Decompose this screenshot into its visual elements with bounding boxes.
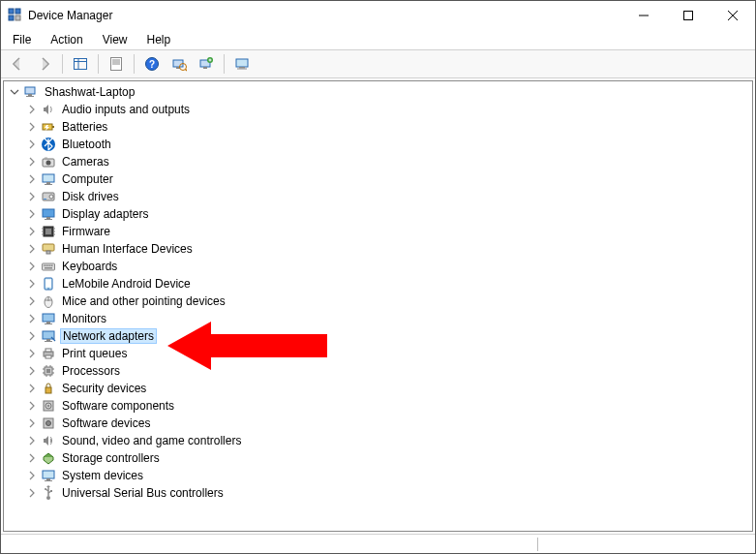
tree-category-label: Audio inputs and outputs <box>60 103 192 116</box>
expander-icon[interactable] <box>25 364 39 378</box>
tree-category[interactable]: Security devices <box>4 380 752 397</box>
tree-category[interactable]: Audio inputs and outputs <box>4 101 752 118</box>
show-hide-tree-button[interactable] <box>68 52 93 76</box>
tree-category[interactable]: Disk drives <box>4 188 752 205</box>
toolbar-separator <box>62 54 63 74</box>
tree-category[interactable]: Firmware <box>4 223 752 240</box>
svg-rect-89 <box>45 387 51 393</box>
svg-rect-55 <box>43 244 54 251</box>
expander-icon[interactable] <box>25 103 39 116</box>
menubar: File Action View Help <box>1 30 755 49</box>
tree-category[interactable]: Network adapters <box>4 327 752 345</box>
tree-category[interactable]: Keyboards <box>4 258 752 275</box>
tree-category[interactable]: Cameras <box>4 153 752 170</box>
tree-category-label: Software devices <box>60 416 152 430</box>
svg-rect-72 <box>45 323 52 324</box>
expander-icon[interactable] <box>25 172 39 186</box>
status-separator <box>537 538 538 551</box>
expander-icon[interactable] <box>25 155 39 169</box>
menu-help[interactable]: Help <box>139 31 179 48</box>
menu-view[interactable]: View <box>95 31 136 48</box>
expander-icon[interactable] <box>25 382 39 395</box>
computer-icon <box>41 171 56 187</box>
tree-category[interactable]: Monitors <box>4 310 752 327</box>
expander-icon[interactable] <box>25 242 39 256</box>
svg-rect-77 <box>45 349 51 352</box>
tree-category[interactable]: Software devices <box>4 415 752 432</box>
add-legacy-button[interactable] <box>194 52 219 76</box>
svg-rect-5 <box>684 12 693 20</box>
tree-category[interactable]: Batteries <box>4 118 752 136</box>
tree-category[interactable]: Software components <box>4 397 752 415</box>
tree-category[interactable]: Universal Serial Bus controllers <box>4 484 752 502</box>
svg-point-100 <box>45 488 46 490</box>
usb-icon <box>41 485 56 501</box>
device-tree[interactable]: Shashwat-Laptop Audio inputs and outputs… <box>3 80 753 532</box>
tree-root[interactable]: Shashwat-Laptop <box>4 83 752 101</box>
expander-icon[interactable] <box>8 85 21 99</box>
svg-point-42 <box>49 195 53 199</box>
tree-category[interactable]: Mice and other pointing devices <box>4 292 752 310</box>
svg-rect-78 <box>45 355 51 358</box>
svg-rect-29 <box>25 87 35 94</box>
svg-rect-74 <box>46 339 50 341</box>
tree-category[interactable]: Processors <box>4 362 752 380</box>
expander-icon[interactable] <box>25 434 39 447</box>
statusbar <box>1 534 755 553</box>
expander-icon[interactable] <box>25 416 39 430</box>
expander-icon[interactable] <box>25 312 39 325</box>
tree-category-label: Disk drives <box>60 190 121 203</box>
system-icon <box>41 468 56 483</box>
expander-icon[interactable] <box>25 120 39 134</box>
svg-rect-44 <box>43 209 54 217</box>
tree-category-label: System devices <box>60 469 145 482</box>
expander-icon[interactable] <box>25 451 39 465</box>
expander-icon[interactable] <box>25 207 39 221</box>
firmware-icon <box>41 224 56 239</box>
scan-hardware-button[interactable] <box>166 52 192 76</box>
svg-rect-65 <box>45 280 51 288</box>
properties-button[interactable] <box>104 52 129 76</box>
tree-category[interactable]: Computer <box>4 170 752 188</box>
menu-action[interactable]: Action <box>43 31 90 48</box>
tree-category[interactable]: Display adapters <box>4 205 752 223</box>
tree-category-label: Sound, video and game controllers <box>60 434 243 447</box>
forward-button[interactable] <box>32 52 57 76</box>
tree-category[interactable]: Sound, video and game controllers <box>4 432 752 449</box>
menu-file[interactable]: File <box>5 31 39 48</box>
expander-icon[interactable] <box>25 190 39 203</box>
devices-button[interactable] <box>229 52 255 76</box>
expander-icon[interactable] <box>25 399 39 413</box>
tree-category-label: Display adapters <box>60 207 150 221</box>
expander-icon[interactable] <box>25 225 39 238</box>
back-button[interactable] <box>5 52 30 76</box>
tree-category-label: Monitors <box>60 312 108 325</box>
tree-category[interactable]: System devices <box>4 467 752 484</box>
expander-icon[interactable] <box>25 294 39 308</box>
cpu-icon <box>41 363 56 379</box>
tree-category[interactable]: Bluetooth <box>4 136 752 153</box>
expander-icon[interactable] <box>25 486 39 500</box>
svg-rect-26 <box>236 59 248 67</box>
svg-rect-70 <box>43 314 54 322</box>
expander-icon[interactable] <box>25 277 39 291</box>
maximize-button[interactable] <box>666 1 711 30</box>
tree-category[interactable]: Print queues <box>4 345 752 362</box>
minimize-button[interactable] <box>621 1 666 30</box>
expander-icon[interactable] <box>25 347 39 360</box>
expander-icon[interactable] <box>25 329 39 343</box>
svg-rect-58 <box>44 265 45 267</box>
expander-icon[interactable] <box>25 260 39 273</box>
svg-point-94 <box>46 421 51 426</box>
tree-category[interactable]: Human Interface Devices <box>4 240 752 258</box>
help-button[interactable]: ? <box>139 52 165 76</box>
svg-rect-45 <box>46 217 50 219</box>
tree-category[interactable]: Storage controllers <box>4 449 752 467</box>
toolbar-separator <box>134 54 135 74</box>
tree-category[interactable]: LeMobile Android Device <box>4 275 752 292</box>
close-button[interactable] <box>711 1 755 30</box>
svg-point-66 <box>47 288 49 290</box>
expander-icon[interactable] <box>25 469 39 482</box>
window-controls <box>621 1 755 30</box>
expander-icon[interactable] <box>25 138 39 151</box>
